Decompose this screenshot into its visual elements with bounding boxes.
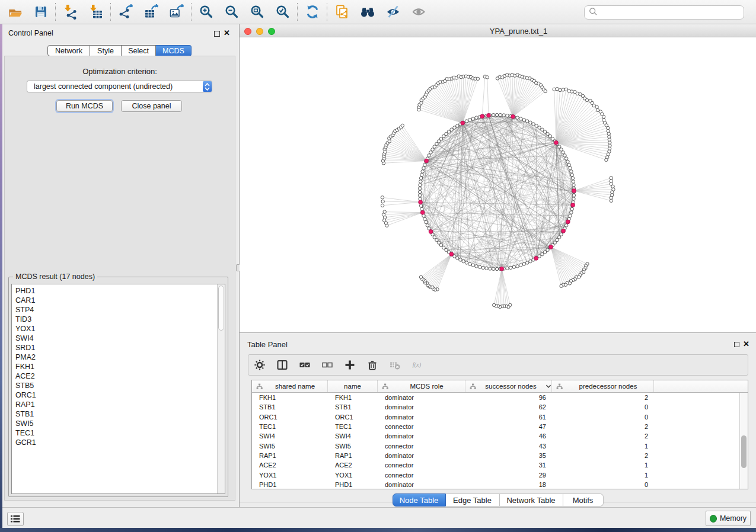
cell[interactable]: SWI4 — [328, 432, 378, 440]
cell[interactable]: 18 — [465, 481, 552, 488]
float-panel-icon[interactable] — [214, 31, 220, 37]
cell[interactable]: TEC1 — [328, 423, 378, 430]
cell[interactable]: connector — [378, 443, 465, 450]
delete-row-button[interactable] — [367, 360, 378, 370]
table-row-STB1[interactable]: STB1STB1dominator620 — [252, 402, 748, 412]
result-list-item[interactable]: CAR1 — [15, 296, 225, 305]
close-panel-button[interactable]: Close panel — [121, 100, 182, 112]
cell[interactable]: dominator — [378, 481, 465, 488]
window-close-light[interactable] — [244, 28, 251, 35]
result-list-item[interactable]: TEC1 — [15, 428, 225, 438]
export-image-button[interactable] — [164, 1, 189, 23]
run-mcds-button[interactable]: Run MCDS — [56, 100, 113, 112]
import-network-button[interactable] — [58, 1, 83, 23]
tab-network-table[interactable]: Network Table — [500, 493, 563, 507]
memory-button[interactable]: Memory — [706, 511, 751, 526]
cell[interactable]: FKH1 — [328, 394, 378, 401]
result-list-item[interactable]: PMA2 — [15, 352, 225, 362]
zoom-out-button[interactable] — [219, 1, 244, 23]
cell[interactable]: RAP1 — [252, 452, 328, 459]
cell[interactable]: FKH1 — [252, 394, 328, 401]
cell[interactable]: ORC1 — [328, 414, 378, 421]
search-field[interactable] — [584, 5, 744, 20]
column-header-predecessor-nodes[interactable]: predecessor nodes — [552, 380, 654, 392]
cell[interactable]: 29 — [465, 472, 552, 479]
cell[interactable]: 0 — [552, 414, 654, 421]
cell[interactable]: PHD1 — [328, 481, 378, 488]
cell[interactable]: connector — [378, 462, 465, 469]
export-table-button[interactable] — [138, 1, 164, 23]
cell[interactable]: 43 — [465, 443, 552, 450]
column-header-MCDS-role[interactable]: MCDS role — [378, 380, 465, 392]
result-list-item[interactable]: ORC1 — [15, 390, 225, 400]
result-list-item[interactable]: RAP1 — [15, 400, 225, 409]
search-input[interactable] — [598, 8, 744, 17]
cell[interactable]: RAP1 — [328, 452, 378, 459]
table-settings-button[interactable] — [254, 360, 265, 370]
tab-edge-table[interactable]: Edge Table — [446, 493, 500, 507]
cell[interactable]: dominator — [378, 394, 465, 401]
cell[interactable]: connector — [378, 423, 465, 430]
duplicate-network-button[interactable] — [329, 1, 355, 23]
cell[interactable]: 46 — [465, 432, 552, 440]
cell[interactable]: 2 — [552, 423, 654, 430]
table-row-RAP1[interactable]: RAP1RAP1dominator352 — [252, 451, 748, 460]
cell[interactable]: 61 — [465, 414, 552, 421]
cell[interactable]: ORC1 — [252, 414, 328, 421]
cell[interactable]: ACE2 — [252, 462, 328, 469]
cell[interactable]: 62 — [465, 403, 552, 411]
cell[interactable]: SWI4 — [252, 432, 328, 440]
cell[interactable]: 0 — [552, 481, 654, 488]
zoom-selected-button[interactable] — [270, 1, 295, 23]
tab-motifs[interactable]: Motifs — [563, 493, 604, 507]
cell[interactable]: 1 — [552, 462, 654, 469]
column-header-shared-name[interactable]: shared name — [252, 380, 328, 392]
table-row-FKH1[interactable]: FKH1FKH1dominator962 — [252, 393, 748, 402]
cell[interactable]: connector — [378, 472, 465, 479]
result-list-item[interactable]: STB5 — [15, 381, 225, 390]
cell[interactable]: SWI5 — [252, 443, 328, 450]
column-header-name[interactable]: name — [328, 380, 378, 392]
cell[interactable]: 47 — [465, 423, 552, 430]
table-row-TEC1[interactable]: TEC1TEC1connector472 — [252, 422, 748, 431]
result-list-item[interactable]: FKH1 — [15, 362, 225, 371]
table-scrollbar[interactable] — [739, 393, 748, 489]
cell[interactable]: 31 — [465, 462, 552, 469]
cell[interactable]: TEC1 — [252, 423, 328, 430]
close-panel-icon[interactable]: ✕ — [224, 28, 230, 37]
result-list-item[interactable]: TID3 — [15, 315, 225, 324]
tab-network[interactable]: Network — [47, 45, 90, 56]
cell[interactable]: 0 — [552, 403, 654, 411]
add-row-button[interactable] — [344, 360, 355, 370]
cell[interactable]: YOX1 — [328, 472, 378, 479]
cell[interactable]: PHD1 — [252, 481, 328, 488]
result-list-item[interactable]: STP4 — [15, 305, 225, 315]
cell[interactable]: dominator — [378, 414, 465, 421]
column-header-successor-nodes[interactable]: successor nodes — [465, 380, 552, 392]
tab-select[interactable]: Select — [122, 45, 156, 56]
table-row-YOX1[interactable]: YOX1YOX1connector291 — [252, 470, 748, 479]
hide-graphics-details-button[interactable] — [380, 1, 406, 23]
refresh-view-button[interactable] — [299, 1, 325, 23]
tab-node-table[interactable]: Node Table — [393, 493, 446, 507]
table-float-icon[interactable] — [734, 342, 739, 347]
result-list-item[interactable]: STB1 — [15, 409, 225, 419]
cell[interactable]: dominator — [378, 403, 465, 411]
cell[interactable]: dominator — [378, 432, 465, 440]
open-file-button[interactable] — [2, 1, 28, 23]
table-row-ACE2[interactable]: ACE2ACE2connector311 — [252, 460, 748, 470]
zoom-fit-button[interactable] — [244, 1, 270, 23]
optimization-criterion-select[interactable]: largest connected component (undirected) — [27, 81, 212, 92]
cell[interactable]: 1 — [552, 443, 654, 450]
result-list-item[interactable]: GCR1 — [15, 438, 225, 447]
result-list-item[interactable]: SWI4 — [15, 334, 225, 343]
result-list-item[interactable]: SRD1 — [15, 343, 225, 352]
table-close-icon[interactable]: ✕ — [743, 339, 749, 348]
cell[interactable]: 2 — [552, 394, 654, 401]
table-row-SWI4[interactable]: SWI4SWI4dominator462 — [252, 431, 748, 441]
cell[interactable]: STB1 — [252, 403, 328, 411]
tab-style[interactable]: Style — [90, 45, 122, 56]
export-network-button[interactable] — [113, 1, 138, 23]
show-columns-button[interactable] — [277, 360, 288, 370]
result-list-item[interactable]: SWI5 — [15, 419, 225, 428]
